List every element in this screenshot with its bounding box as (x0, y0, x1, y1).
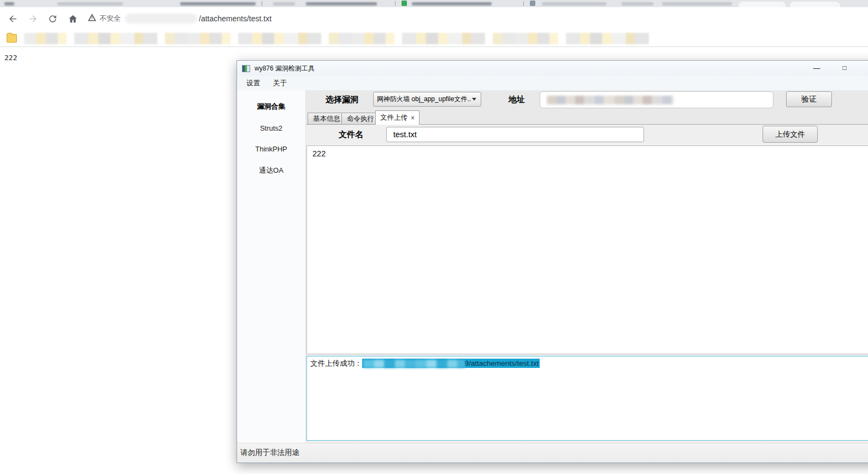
filename-label: 文件名 (339, 130, 363, 140)
result-prefix: 文件上传成功： (310, 359, 362, 367)
sidebar-item-vuln-collection[interactable]: 漏洞合集 (257, 102, 286, 112)
tab-shape[interactable] (790, 2, 840, 7)
tab-file-upload[interactable]: 文件上传 × (375, 110, 420, 125)
tab-shape[interactable] (739, 2, 786, 7)
menu-settings[interactable]: 设置 (246, 79, 260, 88)
verify-button[interactable]: 验证 (786, 91, 832, 107)
app-menubar: 设置 关于 (237, 76, 868, 91)
file-upload-panel: 文件名 上传文件 222 文件上传成功：9/attachements/test.… (306, 125, 868, 443)
file-content-textarea[interactable]: 222 (306, 145, 868, 354)
back-icon[interactable] (6, 12, 19, 25)
tab-redacted (4, 2, 14, 5)
status-text: 请勿用于非法用途 (240, 448, 299, 457)
tab-close-icon[interactable]: × (411, 114, 415, 122)
tab-favicon-gray (530, 1, 535, 6)
reload-icon[interactable] (46, 12, 59, 25)
tab-redacted (542, 2, 606, 5)
tab-separator (395, 1, 395, 6)
omnibox[interactable]: ! 不安全 /attachements/test.txt (88, 14, 271, 24)
vuln-dropdown-value: 网神防火墙 obj_app_upfile文件.. (377, 95, 471, 104)
result-textarea[interactable]: 文件上传成功：9/attachements/test.txt (306, 356, 868, 441)
bookmarks-bar[interactable] (0, 30, 868, 47)
tab-redacted (306, 2, 377, 5)
browser-tab-strip[interactable] (0, 0, 868, 7)
maximize-button[interactable]: □ (834, 61, 855, 76)
close-button[interactable]: ✕ (861, 61, 868, 76)
menu-about[interactable]: 关于 (273, 79, 287, 88)
bookmark-folder-icon[interactable] (7, 34, 17, 43)
tab-bar: 基本信息 命令执行 文件上传 × (308, 110, 868, 125)
vuln-dropdown[interactable]: 网神防火墙 obj_app_upfile文件.. (373, 92, 481, 107)
upload-file-button[interactable]: 上传文件 (763, 126, 818, 143)
tab-redacted (622, 2, 653, 5)
sidebar-item-thinkphp[interactable]: ThinkPHP (255, 145, 287, 153)
minimize-button[interactable]: — (806, 61, 828, 76)
tab-command-exec[interactable]: 命令执行 (341, 113, 380, 125)
window-title: wy876 漏洞检测工具 (255, 64, 315, 73)
tab-separator (262, 1, 262, 6)
bookmarks-redacted (24, 33, 650, 44)
dropdown-arrow-icon (472, 98, 476, 101)
app-body: 漏洞合集 Struts2 ThinkPHP 通达OA 选择漏洞 网神防火墙 ob… (237, 90, 868, 443)
app-window: wy876 漏洞检测工具 — □ ✕ 设置 关于 漏洞合集 Struts2 Th… (237, 60, 868, 463)
tab-redacted (273, 2, 295, 5)
result-redacted-host (363, 360, 465, 368)
main-content: 选择漏洞 网神防火墙 obj_app_upfile文件.. 地址 验证 基本信息… (306, 90, 868, 443)
url-text: /attachements/test.txt (199, 14, 271, 23)
tab-basic-info[interactable]: 基本信息 (308, 113, 346, 125)
tab-separator (523, 1, 524, 6)
filename-input[interactable] (386, 127, 644, 142)
sidebar-item-struts2[interactable]: Struts2 (260, 124, 282, 132)
tab-redacted (412, 2, 492, 5)
address-input[interactable] (540, 91, 773, 108)
screen: ! 不安全 /attachements/test.txt 222 wy876 漏… (0, 0, 868, 474)
security-label: 不安全 (99, 14, 121, 24)
url-redacted-host (125, 14, 197, 24)
address-redacted-value (547, 96, 674, 104)
address-label: 地址 (509, 95, 525, 105)
app-statusbar: 请勿用于非法用途 (237, 443, 868, 463)
browser-page-text: 222 (4, 54, 17, 62)
tab-redacted (57, 2, 123, 5)
vuln-select-label: 选择漏洞 (326, 95, 358, 105)
app-titlebar[interactable]: wy876 漏洞检测工具 — □ ✕ (237, 61, 868, 76)
tab-favicon-green (401, 1, 407, 6)
tab-redacted (662, 2, 732, 5)
app-icon (242, 65, 250, 72)
forward-icon[interactable] (26, 12, 39, 25)
result-selected-url: 9/attachements/test.txt (362, 359, 540, 368)
browser-toolbar: ! 不安全 /attachements/test.txt (0, 7, 868, 30)
sidebar-item-tongda-oa[interactable]: 通达OA (259, 166, 284, 175)
tab-redacted (180, 2, 256, 5)
sidebar: 漏洞合集 Struts2 ThinkPHP 通达OA (237, 90, 306, 443)
result-url-tail: 9/attachements/test.txt (465, 359, 539, 367)
home-icon[interactable] (66, 12, 79, 25)
not-secure-warning-icon: ! (88, 14, 96, 24)
